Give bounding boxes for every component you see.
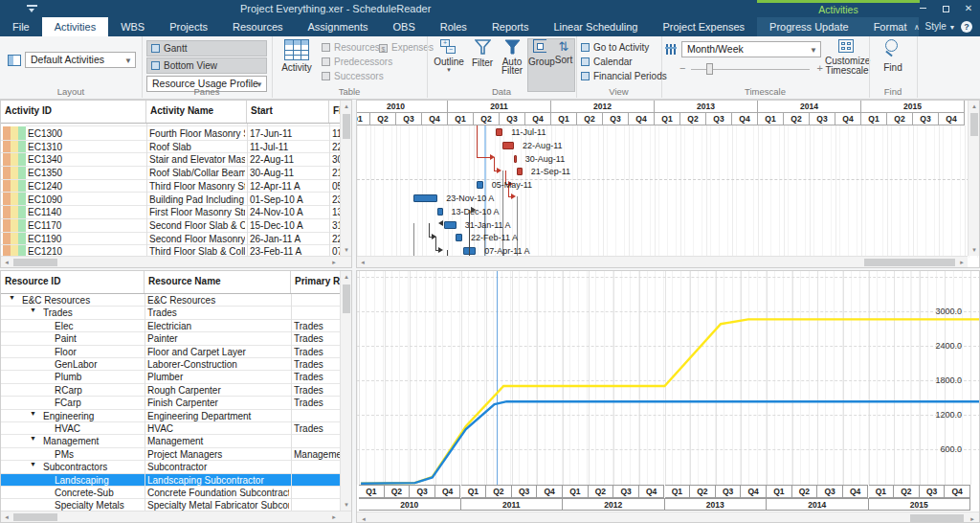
table-row[interactable]: EC1340Stair and Elevator Masonry22-Aug-1… bbox=[1, 153, 342, 167]
gantt-bar-EC1240[interactable] bbox=[477, 181, 482, 189]
table-row[interactable]: EC1140First Floor Masonry Structure24-No… bbox=[1, 206, 342, 219]
scrollbar-thumb[interactable] bbox=[910, 514, 964, 523]
column-header-activity-name[interactable]: Activity Name bbox=[146, 101, 247, 124]
scrollbar-thumb[interactable] bbox=[13, 513, 57, 521]
maximize-button[interactable] bbox=[934, 0, 957, 17]
tab-assignments[interactable]: Assignments bbox=[296, 17, 381, 36]
find-button[interactable]: Find bbox=[875, 39, 911, 73]
view-item-calendar[interactable]: Calendar bbox=[581, 57, 633, 67]
scroll-right-icon[interactable]: ▸ bbox=[330, 259, 338, 266]
tab-obs[interactable]: OBS bbox=[381, 17, 428, 36]
table-row[interactable]: EC1190Second Floor Masonry Structure26-J… bbox=[1, 233, 342, 246]
table-row[interactable]: EC1240Third Floor Masonry Structure12-Ap… bbox=[1, 180, 342, 193]
gantt-bar-EC1300[interactable] bbox=[496, 128, 503, 136]
scroll-left-icon[interactable]: ◂ bbox=[3, 259, 11, 266]
gantt-bar-EC1310[interactable] bbox=[502, 142, 514, 149]
tab-progress-update[interactable]: Progress Update bbox=[757, 17, 861, 36]
view-item-financial-periods[interactable]: Financial Periods bbox=[581, 71, 667, 81]
table-item-resources[interactable]: Resources bbox=[322, 42, 380, 53]
outline-button[interactable]: + − Outline ▼ bbox=[431, 39, 467, 73]
gantt-bar-EC1190[interactable] bbox=[456, 234, 463, 241]
table-item-successors[interactable]: Successors bbox=[322, 71, 384, 81]
group-button[interactable]: Group bbox=[528, 39, 553, 67]
gantt-bar-EC1170[interactable] bbox=[444, 221, 457, 229]
scrollbar-thumb[interactable] bbox=[864, 259, 955, 266]
table-row[interactable] bbox=[26, 124, 342, 126]
scroll-left-icon[interactable]: ◂ bbox=[3, 513, 11, 521]
gantt-toggle-button[interactable]: Gantt bbox=[146, 40, 267, 57]
scroll-up-icon[interactable]: ▴ bbox=[341, 102, 352, 110]
vertical-scrollbar[interactable]: ▴▾ bbox=[968, 101, 979, 256]
horizontal-scrollbar[interactable]: ◂▸ bbox=[357, 512, 979, 523]
expand-chevron-icon[interactable]: ▼ bbox=[9, 294, 15, 301]
expand-chevron-icon[interactable]: ▼ bbox=[30, 435, 36, 442]
scroll-left-icon[interactable]: ◂ bbox=[360, 515, 368, 523]
scroll-left-icon[interactable]: ◂ bbox=[359, 259, 367, 266]
tab-roles[interactable]: Roles bbox=[428, 17, 479, 36]
filter-button[interactable]: Filter bbox=[468, 39, 497, 68]
tab-project-expenses[interactable]: Project Expenses bbox=[650, 17, 757, 36]
zoom-out-icon[interactable]: − bbox=[679, 62, 685, 74]
sort-button[interactable]: ⇅ Sort bbox=[553, 39, 574, 65]
quick-access-toolbar-icon[interactable] bbox=[27, 4, 40, 13]
column-header-activity-id[interactable]: Activity ID bbox=[1, 101, 146, 124]
close-button[interactable]: ✕ bbox=[957, 0, 980, 17]
timescale-zoom-slider[interactable]: − + bbox=[679, 62, 823, 76]
horizontal-scrollbar[interactable]: ◂▸ bbox=[1, 256, 351, 267]
collapse-ribbon-icon[interactable]: ∧ bbox=[914, 23, 920, 32]
scroll-up-icon[interactable]: ▴ bbox=[969, 102, 980, 110]
view-item-go-to-activity[interactable]: Go to Activity bbox=[581, 42, 649, 53]
scroll-right-icon[interactable]: ▸ bbox=[969, 515, 976, 523]
scroll-right-icon[interactable]: ▸ bbox=[958, 259, 966, 266]
tab-wbs[interactable]: WBS bbox=[108, 17, 157, 36]
tab-format[interactable]: Format bbox=[861, 17, 920, 36]
scrollbar-thumb[interactable] bbox=[343, 284, 350, 313]
expand-chevron-icon[interactable]: ▼ bbox=[30, 410, 36, 417]
scroll-down-icon[interactable]: ▾ bbox=[341, 246, 352, 254]
tab-projects[interactable]: Projects bbox=[157, 17, 220, 36]
table-row[interactable]: EC1310Roof Slab11-Jul-1122-Aug-11 bbox=[1, 141, 342, 154]
table-row[interactable]: EC1300Fourth Floor Masonry Structure17-J… bbox=[1, 127, 342, 141]
scroll-down-icon[interactable]: ▾ bbox=[341, 501, 352, 509]
expand-chevron-icon[interactable]: ▼ bbox=[30, 307, 36, 313]
scroll-down-icon[interactable]: ▾ bbox=[969, 246, 980, 254]
table-item-predecessors[interactable]: Predecessors bbox=[322, 57, 392, 67]
vertical-scrollbar[interactable]: ▴▾ bbox=[340, 271, 351, 511]
timescale-combo[interactable]: Month/Week ▼ bbox=[681, 41, 821, 57]
style-selector[interactable]: ∧ Style ▼ ? bbox=[914, 21, 972, 34]
auto-filter-button[interactable]: Auto Filter bbox=[498, 39, 526, 75]
column-header-resource-id[interactable]: Resource ID bbox=[1, 271, 145, 294]
scroll-right-icon[interactable]: ▸ bbox=[330, 513, 338, 521]
gantt-bar-EC1350[interactable] bbox=[517, 168, 523, 175]
gantt-bar-EC1140[interactable] bbox=[437, 208, 442, 216]
horizontal-scrollbar[interactable]: ◂▸ bbox=[1, 511, 351, 522]
table-row[interactable]: EC1170Second Floor Slab & Collar Beam15-… bbox=[1, 219, 342, 233]
table-row[interactable]: EC1350Roof Slab/Collar Beam30-Aug-1121-S… bbox=[1, 167, 342, 180]
expenses-button[interactable]: $Expenses bbox=[379, 42, 434, 53]
slider-thumb[interactable] bbox=[706, 63, 713, 75]
tab-file[interactable]: File bbox=[0, 17, 42, 36]
gantt-bar-EC1090[interactable] bbox=[413, 194, 437, 202]
tab-activities[interactable]: Activities bbox=[42, 17, 108, 36]
gantt-bar-EC1340[interactable] bbox=[514, 155, 517, 163]
scrollbar-thumb[interactable] bbox=[343, 114, 350, 139]
expand-chevron-icon[interactable]: ▼ bbox=[30, 461, 36, 467]
tab-linear-scheduling[interactable]: Linear Scheduling bbox=[541, 17, 650, 36]
tab-reports[interactable]: Reports bbox=[479, 17, 542, 36]
scroll-up-icon[interactable]: ▴ bbox=[341, 273, 352, 281]
bottom-view-toggle-button[interactable]: Bottom View bbox=[146, 57, 267, 74]
zoom-in-icon[interactable]: + bbox=[817, 62, 823, 74]
scrollbar-thumb[interactable] bbox=[970, 113, 978, 136]
horizontal-scrollbar[interactable]: ◂▸ bbox=[357, 256, 968, 267]
help-icon[interactable]: ? bbox=[961, 21, 972, 33]
column-header-resource-name[interactable]: Resource Name bbox=[145, 271, 291, 294]
customize-timescale-button[interactable]: Customize Timescale bbox=[825, 39, 869, 75]
table-row[interactable]: EC1090Building Pad Including UG Utilitie… bbox=[1, 193, 342, 207]
activity-table-button[interactable]: Activity bbox=[276, 39, 318, 85]
layout-combo[interactable]: Default Activities ▼ bbox=[25, 52, 136, 68]
scrollbar-thumb[interactable] bbox=[13, 259, 57, 266]
column-header-primary-role[interactable]: Primary Role bbox=[291, 271, 342, 294]
column-header-start[interactable]: Start bbox=[247, 101, 329, 124]
vertical-scrollbar[interactable]: ▴▾ bbox=[340, 101, 351, 256]
tab-resources[interactable]: Resources bbox=[220, 17, 296, 36]
